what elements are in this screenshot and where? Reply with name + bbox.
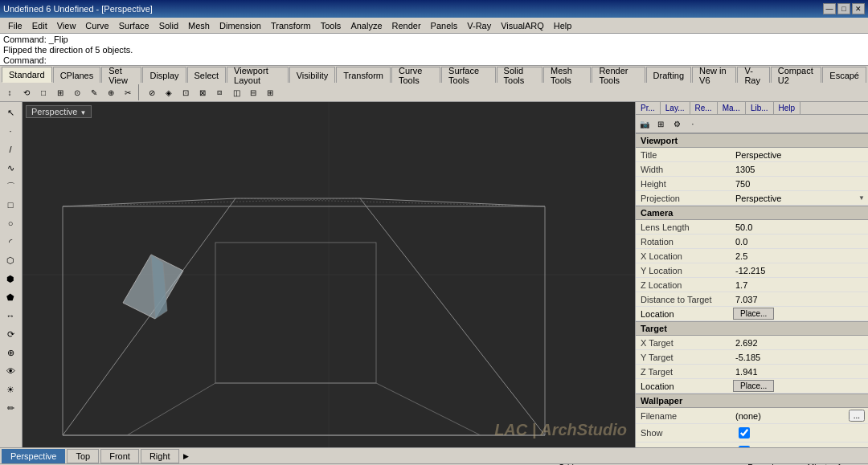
rect-tool[interactable]: □ [2, 196, 19, 214]
prop-row-rotation: Rotation0.0 [636, 235, 868, 249]
menu-item-help[interactable]: Help [549, 19, 577, 32]
toolbar-tab-visibility[interactable]: Visibility [289, 67, 336, 83]
rp-tab-re---[interactable]: Re... [690, 102, 718, 114]
menu-item-mesh[interactable]: Mesh [183, 19, 215, 32]
menu-item-edit[interactable]: Edit [27, 19, 52, 32]
command-line3[interactable]: Command: [3, 55, 865, 66]
toolbar-tab-drafting[interactable]: Drafting [646, 67, 692, 83]
camera-location-label: Location [636, 308, 732, 320]
minimize-button[interactable]: — [823, 3, 836, 14]
toolbar-tab-cplanes[interactable]: CPlanes [53, 67, 101, 83]
viewport-area[interactable]: Perspective ▼ [23, 102, 635, 447]
menu-item-analyze[interactable]: Analyze [346, 19, 387, 32]
polyline-tool[interactable]: ⌒ [2, 177, 19, 195]
target-place-button[interactable]: Place... [733, 380, 774, 392]
toolbar-tab-transform[interactable]: Transform [336, 67, 391, 83]
toolbar-tab-v-ray[interactable]: V-Ray [737, 67, 769, 83]
tb-btn-15[interactable]: ⊟ [245, 84, 261, 100]
tb-btn-12[interactable]: ⊠ [194, 84, 211, 100]
toolbar-tab-escapé[interactable]: Escapé [822, 67, 866, 83]
circle-tool[interactable]: ○ [2, 214, 19, 232]
tb-btn-7[interactable]: ⊕ [103, 84, 119, 100]
menu-item-curve[interactable]: Curve [80, 19, 113, 32]
app-title: Undefined 6 Undefined - [Perspective] [3, 4, 153, 14]
tb-btn-8[interactable]: ✂ [120, 84, 136, 100]
transform-tool[interactable]: ⟳ [2, 325, 19, 343]
menu-item-transform[interactable]: Transform [266, 19, 316, 32]
rp-icon-camera[interactable]: 📷 [637, 116, 652, 131]
menu-item-surface[interactable]: Surface [114, 19, 154, 32]
analyze-tool[interactable]: ⊕ [2, 344, 19, 361]
camera-place-button[interactable]: Place... [733, 308, 774, 320]
toolbar-area: StandardCPlanesSet ViewDisplaySelectView… [0, 66, 868, 102]
prop-row-show: Show [636, 424, 868, 443]
toolbar-tab-standard[interactable]: Standard [2, 67, 52, 83]
viewport-tab-front[interactable]: Front [100, 449, 139, 463]
toolbar-tab-mesh-tools[interactable]: Mesh Tools [543, 67, 591, 83]
tb-btn-4[interactable]: ⊞ [52, 84, 68, 100]
mesh-tool[interactable]: ⬟ [2, 288, 19, 306]
rp-tab-lib---[interactable]: Lib... [746, 102, 774, 114]
tb-btn-2[interactable]: ⟲ [18, 84, 35, 100]
toolbar-tab-curve-tools[interactable]: Curve Tools [391, 67, 440, 83]
camera-props: Lens Length50.0Rotation0.0X Location2.5Y… [636, 220, 868, 307]
select-tool[interactable]: ↖ [2, 104, 19, 121]
tb-btn-5[interactable]: ⊙ [69, 84, 85, 100]
rp-tab-ma---[interactable]: Ma... [718, 102, 746, 114]
maximize-button[interactable]: □ [837, 3, 850, 14]
viewport-tab-right[interactable]: Right [141, 449, 179, 463]
toolbar-tab-display[interactable]: Display [142, 67, 186, 83]
rp-icon-dot[interactable]: · [686, 116, 700, 131]
menu-item-solid[interactable]: Solid [154, 19, 183, 32]
curve-tool[interactable]: ∿ [2, 159, 19, 177]
rp-icon-settings[interactable]: ⚙ [669, 116, 684, 131]
menu-item-tools[interactable]: Tools [316, 19, 346, 32]
line-tool[interactable]: / [2, 141, 19, 158]
viewport-label[interactable]: Perspective ▼ [26, 105, 92, 118]
rp-tab-pr---[interactable]: Pr... [636, 102, 661, 114]
visibility-tool[interactable]: 👁 [2, 362, 19, 380]
toolbar-tab-surface-tools[interactable]: Surface Tools [441, 67, 496, 83]
tb-btn-3[interactable]: □ [35, 84, 51, 100]
toolbar-tab-viewport-layout[interactable]: Viewport Layout [227, 67, 289, 83]
camera-section-header: Camera [636, 206, 868, 220]
tb-btn-10[interactable]: ◈ [161, 84, 177, 100]
toolbar-tab-set-view[interactable]: Set View [101, 67, 141, 83]
rp-icon-grid[interactable]: ⊞ [653, 116, 668, 131]
menu-item-view[interactable]: View [52, 19, 81, 32]
rp-tab-help[interactable]: Help [774, 102, 801, 114]
tb-btn-6[interactable]: ✎ [86, 84, 102, 100]
menu-item-visualarq[interactable]: VisualARQ [496, 19, 549, 32]
arc-tool[interactable]: ◜ [2, 233, 19, 251]
toolbar-tab-compact-u2[interactable]: Compact U2 [771, 67, 822, 83]
prop-row-distance-to-target: Distance to Target7.037 [636, 292, 868, 307]
tb-btn-9[interactable]: ⊘ [144, 84, 160, 100]
menu-item-file[interactable]: File [3, 19, 27, 32]
toolbar-tab-render-tools[interactable]: Render Tools [592, 67, 645, 83]
dim-tool[interactable]: ↔ [2, 307, 19, 324]
menu-item-panels[interactable]: Panels [426, 19, 463, 32]
point-tool[interactable]: · [2, 122, 19, 140]
tb-btn-14[interactable]: ◫ [228, 84, 244, 100]
tb-btn-11[interactable]: ⊡ [178, 84, 194, 100]
tb-btn-13[interactable]: ⧈ [211, 84, 227, 100]
command-area: Command: _Flip Flipped the direction of … [0, 34, 868, 66]
viewport-tab-arrow[interactable]: ▶ [181, 451, 191, 462]
wallpaper-browse-button[interactable]: ... [849, 410, 865, 422]
viewport-tab-top[interactable]: Top [67, 449, 99, 463]
tb-btn-16[interactable]: ⊞ [262, 84, 278, 100]
menu-item-dimension[interactable]: Dimension [215, 19, 266, 32]
surface-tool[interactable]: ⬡ [2, 251, 19, 269]
menu-item-v-ray[interactable]: V-Ray [462, 19, 496, 32]
close-button[interactable]: ✕ [852, 3, 865, 14]
draft-tool[interactable]: ✏ [2, 399, 19, 417]
render-tool[interactable]: ☀ [2, 381, 19, 398]
toolbar-tab-solid-tools[interactable]: Solid Tools [497, 67, 542, 83]
solid-tool[interactable]: ⬢ [2, 270, 19, 288]
rp-tab-lay---[interactable]: Lay... [661, 102, 690, 114]
menu-item-render[interactable]: Render [387, 19, 426, 32]
toolbar-tab-select[interactable]: Select [187, 67, 227, 83]
viewport-tab-perspective[interactable]: Perspective [2, 449, 65, 463]
tb-btn-1[interactable]: ↕ [2, 84, 18, 100]
toolbar-tab-new-in-v6[interactable]: New in V6 [692, 67, 736, 83]
